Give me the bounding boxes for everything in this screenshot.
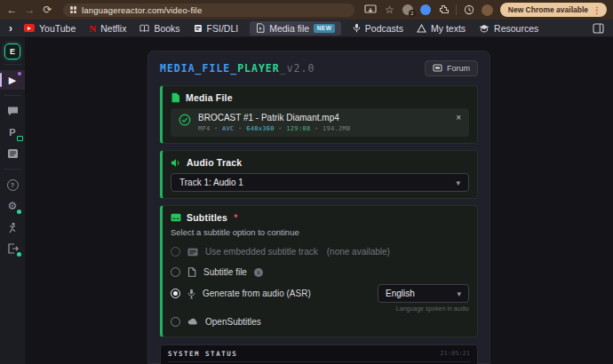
save-to-device-icon[interactable]	[364, 4, 377, 15]
extensions-puzzle-icon[interactable]	[438, 4, 449, 15]
subtitles-description: Select a subtitle option to continue	[171, 227, 469, 237]
microphone-icon	[187, 289, 195, 299]
audio-track-select[interactable]: Track 1: Audio 1 ▾	[171, 173, 469, 192]
bookmark-youtube[interactable]: YouTube	[24, 23, 76, 34]
sidebar-divider	[4, 95, 21, 96]
notification-dot	[18, 72, 21, 75]
required-marker: *	[234, 212, 237, 223]
option-opensubtitles[interactable]: OpenSubtitles	[171, 313, 469, 330]
address-bar[interactable]: languagereactor.com/video-file	[63, 4, 354, 17]
list-icon	[7, 148, 19, 159]
bookmark-my-texts[interactable]: My texts	[417, 23, 466, 34]
sidebar-item-player[interactable]: ▶	[0, 70, 25, 90]
app-logo[interactable]: E	[4, 44, 20, 59]
system-status-title: SYSTEM STATUS	[168, 350, 237, 358]
page-title: MEDIA_FILE_PLAYER_v2.0	[160, 62, 314, 75]
info-icon[interactable]: i	[254, 268, 263, 277]
expand-chevron-icon[interactable]: ›	[9, 22, 12, 35]
file-icon	[171, 92, 180, 103]
phrase-pro-icon: P	[9, 127, 15, 138]
sidebar-item-settings[interactable]: ⚙	[0, 196, 25, 216]
radio-subtitle-file[interactable]	[171, 267, 180, 277]
forum-icon	[433, 64, 442, 73]
netflix-icon: N	[89, 23, 96, 34]
extension-badge: 2	[409, 10, 416, 17]
podcast-mic-icon	[353, 23, 361, 33]
media-file-section: Media File BROCAST #1 - Patrik Diamant.m…	[160, 85, 478, 144]
extension-icon[interactable]: 2	[402, 4, 413, 15]
side-panel-icon[interactable]	[593, 23, 604, 34]
bookmark-media-file[interactable]: Media file NEW	[250, 21, 341, 36]
page-content: MEDIA_FILE_PLAYER_v2.0 Forum Media File …	[25, 37, 613, 364]
sidebar-item-help[interactable]: ?	[0, 175, 25, 194]
sidebar-item-phrases[interactable]: P	[0, 123, 25, 142]
sidebar-item-logout[interactable]	[0, 239, 25, 258]
radio-embedded[interactable]	[171, 247, 180, 257]
bookmark-books[interactable]: Books	[139, 23, 179, 34]
chat-icon	[7, 106, 19, 116]
option-generate-asr[interactable]: Generate from audio (ASR) English ▾ Lang…	[171, 284, 469, 312]
bookmark-star-icon[interactable]: ☆	[384, 4, 395, 15]
toolbar-divider	[456, 4, 457, 15]
help-icon: ?	[7, 179, 19, 191]
loaded-file-row: BROCAST #1 - Patrik Diamant.mp4 MP4AVC64…	[171, 108, 469, 137]
new-badge: NEW	[314, 24, 335, 33]
sidebar-divider	[4, 64, 21, 65]
profile-avatar[interactable]	[482, 4, 493, 16]
radio-asr-selected[interactable]	[171, 289, 180, 298]
system-status-clock: 21:05:21	[440, 350, 470, 358]
url-text: languagereactor.com/video-file	[82, 5, 202, 15]
fsi-icon	[194, 24, 203, 33]
audio-track-section: Audio Track Track 1: Audio 1 ▾	[160, 150, 478, 199]
back-icon[interactable]: ←	[6, 4, 18, 15]
bookmark-resources[interactable]: Resources	[479, 23, 538, 34]
book-icon	[139, 24, 149, 33]
option-subtitle-file[interactable]: Subtitle file i	[171, 264, 469, 281]
cloud-icon	[187, 318, 198, 326]
settings-badge	[17, 210, 21, 214]
bookmark-netflix[interactable]: N Netflix	[89, 23, 126, 34]
bookmark-podcasts[interactable]: Podcasts	[353, 23, 403, 34]
sidebar-item-activity[interactable]	[0, 218, 25, 237]
bookmarks-bar: › YouTube N Netflix Books FSI/DLI Media …	[0, 20, 613, 37]
forward-icon[interactable]: →	[24, 4, 36, 15]
embedded-track-icon	[187, 248, 198, 257]
forum-button[interactable]: Forum	[425, 60, 478, 76]
gear-icon: ⚙	[8, 201, 18, 211]
person-icon	[7, 222, 18, 233]
app-sidebar: E ▶ P ? ⚙	[0, 37, 25, 364]
reload-icon[interactable]: ⟳	[42, 4, 53, 15]
chrome-update-button[interactable]: New Chrome available ⋮	[500, 3, 607, 17]
chevron-down-icon: ▾	[456, 178, 460, 187]
radio-opensubtitles[interactable]	[171, 317, 180, 327]
sidebar-divider	[4, 169, 21, 170]
system-status-panel: SYSTEM STATUS 21:05:21 [21:05:21]> Syste…	[160, 344, 478, 364]
asr-language-select[interactable]: English ▾	[378, 284, 469, 303]
subtitles-section: Subtitles * Select a subtitle option to …	[160, 205, 478, 337]
sidebar-item-chat[interactable]	[0, 101, 25, 121]
media-file-header: Media File	[186, 92, 233, 103]
media-player-card: MEDIA_FILE_PLAYER_v2.0 Forum Media File …	[147, 51, 490, 364]
remove-file-icon[interactable]: ×	[456, 113, 461, 123]
file-name: BROCAST #1 - Patrik Diamant.mp4	[198, 113, 449, 123]
audio-track-header: Audio Track	[187, 157, 242, 168]
subtitle-file-icon	[187, 267, 196, 277]
subtitles-icon	[171, 213, 181, 222]
extension-icon-2[interactable]	[420, 4, 431, 15]
bookmark-fsi-dli[interactable]: FSI/DLI	[194, 23, 239, 34]
site-icon	[70, 6, 77, 13]
asr-language-hint: Language spoken in audio	[378, 305, 469, 312]
more-menu-icon[interactable]: ⋮	[593, 5, 601, 15]
option-embedded-track[interactable]: Use embedded subtitle track (none availa…	[171, 243, 469, 260]
youtube-icon	[24, 24, 35, 32]
file-metadata: MP4AVC640x360129:08194.2MB	[198, 125, 449, 132]
my-texts-icon	[417, 24, 426, 33]
speaker-icon	[171, 158, 181, 168]
resources-icon	[479, 24, 490, 33]
player-play-icon: ▶	[9, 75, 16, 86]
sidebar-item-wordlist[interactable]	[0, 144, 25, 163]
history-icon[interactable]	[464, 4, 474, 15]
browser-toolbar: ← → ⟳ languagereactor.com/video-file ☆ 2…	[0, 0, 613, 20]
chevron-down-icon: ▾	[457, 289, 461, 298]
pro-badge	[17, 136, 23, 141]
